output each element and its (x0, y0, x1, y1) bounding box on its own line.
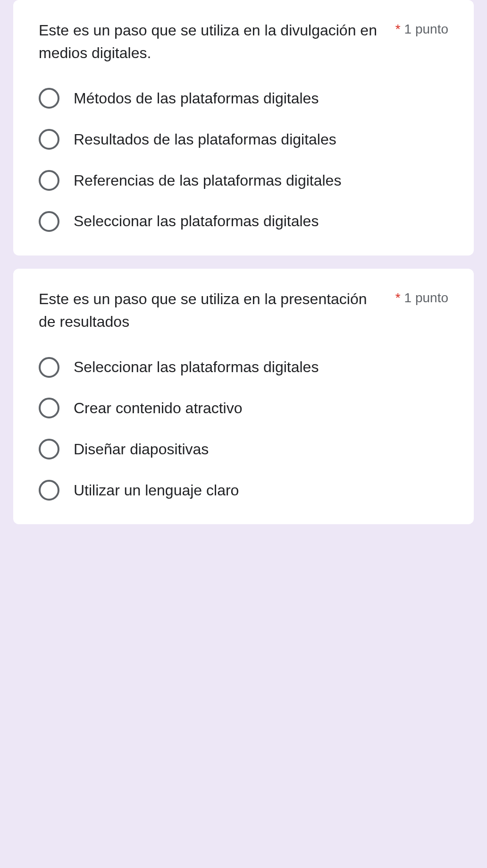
radio-button-icon[interactable] (39, 129, 59, 150)
option-row[interactable]: Diseñar diapositivas (39, 439, 448, 460)
option-label: Diseñar diapositivas (74, 439, 209, 460)
option-label: Utilizar un lenguaje claro (74, 480, 239, 501)
required-asterisk: * (395, 22, 401, 37)
required-asterisk: * (395, 290, 401, 306)
points-wrapper: * 1 punto (395, 19, 448, 37)
radio-button-icon[interactable] (39, 211, 59, 232)
question-header: Este es un paso que se utiliza en la pre… (39, 288, 448, 333)
radio-button-icon[interactable] (39, 88, 59, 109)
question-title: Este es un paso que se utiliza en la pre… (39, 288, 395, 333)
points-label: 1 punto (404, 290, 448, 306)
option-label: Métodos de las plataformas digitales (74, 88, 319, 109)
radio-button-icon[interactable] (39, 357, 59, 378)
option-row[interactable]: Seleccionar las plataformas digitales (39, 357, 448, 378)
question-card-2: Este es un paso que se utiliza en la pre… (13, 269, 474, 524)
option-label: Seleccionar las plataformas digitales (74, 211, 319, 232)
option-row[interactable]: Crear contenido atractivo (39, 398, 448, 419)
option-label: Seleccionar las plataformas digitales (74, 357, 319, 378)
radio-button-icon[interactable] (39, 398, 59, 418)
option-row[interactable]: Resultados de las plataformas digitales (39, 129, 448, 150)
radio-button-icon[interactable] (39, 439, 59, 460)
radio-button-icon[interactable] (39, 480, 59, 501)
option-label: Referencias de las plataformas digitales (74, 170, 341, 191)
option-row[interactable]: Métodos de las plataformas digitales (39, 88, 448, 109)
question-card-1: Este es un paso que se utiliza en la div… (13, 0, 474, 255)
option-label: Crear contenido atractivo (74, 398, 243, 419)
question-title: Este es un paso que se utiliza en la div… (39, 19, 395, 64)
option-row[interactable]: Seleccionar las plataformas digitales (39, 211, 448, 232)
option-row[interactable]: Utilizar un lenguaje claro (39, 480, 448, 501)
radio-button-icon[interactable] (39, 170, 59, 191)
option-row[interactable]: Referencias de las plataformas digitales (39, 170, 448, 191)
question-header: Este es un paso que se utiliza en la div… (39, 19, 448, 64)
points-wrapper: * 1 punto (395, 288, 448, 306)
option-label: Resultados de las plataformas digitales (74, 129, 336, 150)
points-label: 1 punto (404, 22, 448, 37)
